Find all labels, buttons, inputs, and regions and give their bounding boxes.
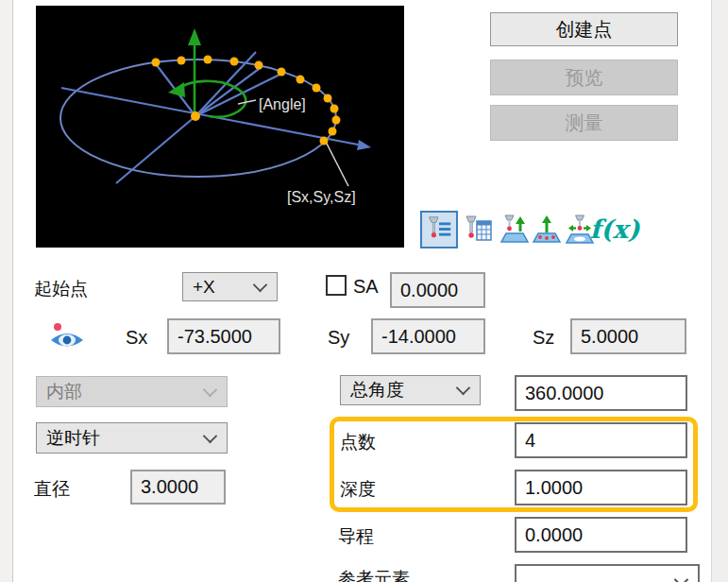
inner-outer-value: 内部 <box>46 380 82 404</box>
axis-arrowhead <box>357 140 371 150</box>
probe-list-mode-button[interactable] <box>420 211 458 248</box>
start-point-callout-label: [Sx,Sy,Sz] <box>287 189 356 205</box>
sa-checkbox[interactable] <box>326 275 347 296</box>
probe-retract-mode-button[interactable] <box>499 214 530 246</box>
chevron-down-icon <box>456 381 471 396</box>
panel-left-edge <box>0 0 13 582</box>
lead-input[interactable]: 0.0000 <box>515 517 687 553</box>
direction-select[interactable]: 逆时针 <box>36 422 228 454</box>
depth-input[interactable]: 1.0000 <box>515 470 687 505</box>
lead-label: 导程 <box>338 524 374 549</box>
direction-value: 逆时针 <box>46 426 100 451</box>
reference-feature-select[interactable] <box>515 564 700 582</box>
diameter-input[interactable]: 3.0000 <box>130 470 226 505</box>
points-count-input[interactable]: 4 <box>515 422 687 458</box>
start-point-label: 起始点 <box>34 277 88 301</box>
sx-label: Sx <box>126 327 147 349</box>
inner-outer-select[interactable]: 内部 <box>36 376 228 407</box>
reference-feature-label: 参考元素 <box>338 567 410 582</box>
total-angle-input[interactable]: 360.0000 <box>515 375 687 411</box>
diameter-label: 直径 <box>34 477 70 502</box>
visibility-toggle-button[interactable] <box>47 322 87 351</box>
circle-scan-dialog: [Angle] [Sx,Sy,Sz] 创建点 预览 测量 <box>0 0 728 582</box>
sy-input[interactable]: -14.0000 <box>371 318 485 354</box>
preview-button[interactable]: 预览 <box>490 60 678 95</box>
sy-label: Sy <box>328 327 349 349</box>
scan-preview-image: [Angle] [Sx,Sy,Sz] <box>36 6 404 248</box>
chevron-down-icon <box>674 573 689 582</box>
sa-label: SA <box>353 276 379 298</box>
chevron-down-icon <box>253 277 268 292</box>
eye-icon <box>47 322 87 351</box>
depth-label: 深度 <box>340 477 376 502</box>
points-count-label: 点数 <box>340 430 376 454</box>
probe-table-icon <box>463 214 495 246</box>
fx-icon: f(x) <box>589 214 639 246</box>
sz-label: Sz <box>533 327 554 349</box>
create-point-button[interactable]: 创建点 <box>490 12 678 46</box>
probe-up-arrow-icon <box>499 214 530 246</box>
chevron-down-icon <box>203 428 218 443</box>
angle-mode-select[interactable]: 总角度 <box>340 375 481 405</box>
circle-scan-diagram: [Angle] [Sx,Sy,Sz] <box>36 6 404 248</box>
function-mode-button[interactable]: f(x) <box>597 214 633 246</box>
angle-callout-label: [Angle] <box>259 96 306 112</box>
panel-right-edge <box>711 0 728 582</box>
points-retract-mode-button[interactable] <box>532 214 562 246</box>
up-axis-arrowhead <box>188 28 201 45</box>
sa-angle-input[interactable]: 0.0000 <box>390 272 485 308</box>
measure-button[interactable]: 测量 <box>490 105 678 141</box>
angle-mode-value: 总角度 <box>350 378 404 402</box>
start-point-value: +X <box>193 277 215 298</box>
probe-table-mode-button[interactable] <box>463 214 495 246</box>
chevron-down-icon <box>203 382 218 397</box>
sx-input[interactable]: -73.5000 <box>167 318 280 354</box>
points-up-arrow-icon <box>532 214 562 246</box>
sz-input[interactable]: 5.0000 <box>570 318 686 354</box>
start-point-select[interactable]: +X <box>182 272 278 301</box>
probe-list-icon <box>424 214 454 245</box>
